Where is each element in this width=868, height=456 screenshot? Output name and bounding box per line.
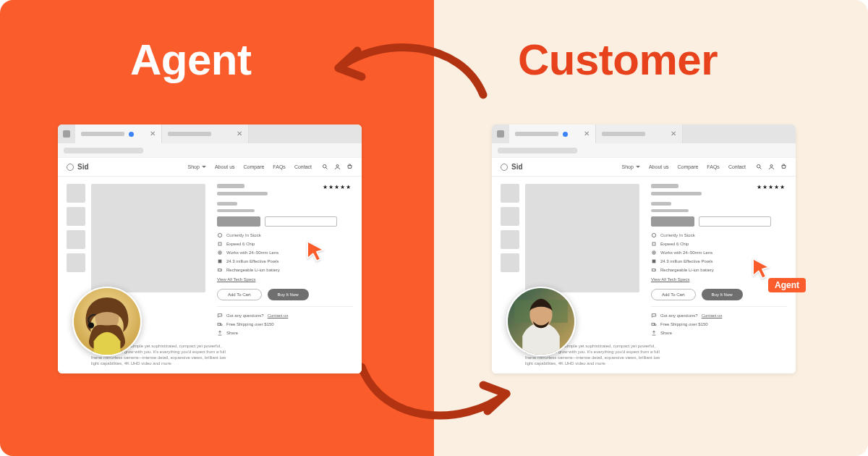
browser-tab-active[interactable]: ✕ xyxy=(509,124,596,143)
svg-point-5 xyxy=(219,252,221,253)
tab-bar: ✕ ✕ xyxy=(58,124,362,143)
svg-rect-16 xyxy=(652,269,655,271)
rating-stars: ★★★★★ xyxy=(757,184,786,190)
svg-point-0 xyxy=(323,165,327,169)
thumbnail[interactable] xyxy=(501,253,519,272)
buy-now-button[interactable]: Buy It Now xyxy=(702,289,743,300)
close-icon[interactable]: ✕ xyxy=(671,130,676,138)
chevron-down-icon xyxy=(202,166,206,168)
thumbnail[interactable] xyxy=(501,230,519,249)
lens-icon xyxy=(651,250,657,256)
nav-links: Shop About us Compare FAQs Contact xyxy=(188,164,312,169)
nav-contact[interactable]: Contact xyxy=(728,164,746,169)
window-menu-icon xyxy=(492,124,509,143)
thumbnail[interactable] xyxy=(67,230,85,249)
tech-specs-link[interactable]: View All Tech Specs xyxy=(217,277,255,282)
feature-chip: Expeed 6 Chip xyxy=(217,241,353,247)
brand-name: Sid xyxy=(77,163,89,171)
nav-faqs[interactable]: FAQs xyxy=(273,164,286,169)
stock-icon xyxy=(217,232,223,238)
user-icon[interactable] xyxy=(334,164,341,170)
nav-faqs[interactable]: FAQs xyxy=(707,164,720,169)
nav-compare[interactable]: Compare xyxy=(244,164,265,169)
feature-chip: Expeed 6 Chip xyxy=(651,241,787,247)
product-main-image[interactable] xyxy=(525,184,639,292)
user-icon[interactable] xyxy=(768,164,775,170)
svg-point-13 xyxy=(652,251,656,255)
nav-shop[interactable]: Shop xyxy=(622,164,640,169)
thumbnail[interactable] xyxy=(501,184,519,203)
browser-tab[interactable]: ✕ xyxy=(162,124,249,143)
nav-about[interactable]: About us xyxy=(649,164,669,169)
agent-cursor-icon xyxy=(304,239,328,263)
feature-pixels: 24.3 million Effective Pixels xyxy=(217,258,353,264)
close-icon[interactable]: ✕ xyxy=(584,130,590,138)
marketing-graphic: Agent Customer ✕ ✕ Sid xyxy=(0,0,868,456)
feature-battery: Rechargeable Li-ion battery xyxy=(217,267,353,273)
search-icon[interactable] xyxy=(322,164,328,170)
nav-about[interactable]: About us xyxy=(215,164,235,169)
close-icon[interactable]: ✕ xyxy=(237,130,242,138)
meta-share[interactable]: Share xyxy=(217,330,353,336)
variant-selector[interactable] xyxy=(217,216,260,227)
meta-share[interactable]: Share xyxy=(651,330,787,336)
meta-shipping: Free Shipping over $150 xyxy=(217,321,353,327)
url-placeholder xyxy=(498,148,577,153)
tab-bar: ✕ ✕ xyxy=(492,124,796,143)
svg-point-20 xyxy=(88,322,94,328)
share-icon xyxy=(217,330,223,336)
divider xyxy=(651,306,787,307)
contact-us-link[interactable]: Contact us xyxy=(702,313,723,318)
address-bar[interactable] xyxy=(492,143,796,158)
variant-selector[interactable] xyxy=(699,216,771,227)
product-main-image[interactable] xyxy=(91,184,205,292)
agent-avatar xyxy=(72,287,142,356)
tab-title-placeholder xyxy=(81,132,124,136)
logo-icon xyxy=(501,164,508,171)
meta-questions: Got any questions? Contact us xyxy=(651,313,787,318)
contact-us-link[interactable]: Contact us xyxy=(268,313,289,318)
variant-selector[interactable] xyxy=(651,216,694,227)
arrow-customer-to-agent xyxy=(317,26,505,106)
battery-icon xyxy=(651,267,657,273)
site-nav: Sid Shop About us Compare FAQs Contact xyxy=(58,158,362,177)
text-placeholder xyxy=(217,209,255,212)
variant-selector[interactable] xyxy=(265,216,337,227)
chip-icon xyxy=(217,241,223,247)
svg-point-2 xyxy=(218,233,221,237)
tab-title-placeholder xyxy=(602,132,645,136)
nav-contact[interactable]: Contact xyxy=(294,164,312,169)
brand-logo[interactable]: Sid xyxy=(67,163,89,171)
svg-point-11 xyxy=(652,233,655,237)
thumbnail[interactable] xyxy=(67,253,85,272)
address-bar[interactable] xyxy=(58,143,362,158)
share-icon xyxy=(651,330,657,336)
tech-specs-link[interactable]: View All Tech Specs xyxy=(651,277,689,282)
add-to-cart-button[interactable]: Add To Cart xyxy=(217,289,262,300)
browser-tab[interactable]: ✕ xyxy=(596,124,683,143)
logo-icon xyxy=(67,164,74,171)
chip-icon xyxy=(651,241,657,247)
thumbnail[interactable] xyxy=(67,184,85,203)
url-placeholder xyxy=(64,148,143,153)
cart-icon[interactable] xyxy=(346,164,353,170)
browser-tab-active[interactable]: ✕ xyxy=(75,124,162,143)
thumbnail[interactable] xyxy=(67,207,85,226)
brand-logo[interactable]: Sid xyxy=(501,163,523,171)
site-nav: Sid Shop About us Compare FAQs Contact xyxy=(492,158,796,177)
nav-shop[interactable]: Shop xyxy=(188,164,206,169)
svg-rect-12 xyxy=(652,242,655,245)
customer-avatar xyxy=(506,287,576,356)
buy-now-button[interactable]: Buy It Now xyxy=(268,289,309,300)
feature-stock: Currently In Stock xyxy=(217,232,353,238)
thumbnail[interactable] xyxy=(501,207,519,226)
favicon-icon xyxy=(129,132,134,137)
search-icon[interactable] xyxy=(756,164,762,170)
close-icon[interactable]: ✕ xyxy=(150,130,156,138)
cart-icon[interactable] xyxy=(780,164,787,170)
pixels-icon xyxy=(217,258,223,264)
add-to-cart-button[interactable]: Add To Cart xyxy=(651,289,696,300)
tab-title-placeholder xyxy=(515,132,558,136)
nav-compare[interactable]: Compare xyxy=(678,164,699,169)
brand-name: Sid xyxy=(511,163,523,171)
